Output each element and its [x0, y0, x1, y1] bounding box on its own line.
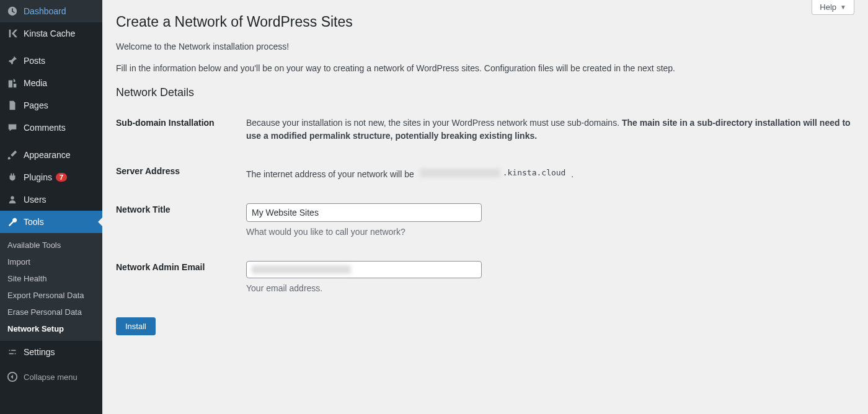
subdomain-label: Sub-domain Installation: [116, 105, 246, 154]
sidebar-label-dashboard: Dashboard: [24, 6, 66, 16]
plugins-badge: 7: [56, 173, 67, 182]
network-details-table: Sub-domain Installation Because your ins…: [116, 105, 854, 306]
sidebar-label-posts: Posts: [24, 56, 45, 66]
sidebar-item-settings[interactable]: Settings: [0, 341, 102, 363]
comment-icon: [6, 121, 19, 134]
network-title-input[interactable]: [246, 203, 482, 222]
chevron-down-icon: ▼: [840, 4, 846, 11]
page-icon: [6, 99, 19, 112]
plug-icon: [6, 171, 19, 183]
network-title-desc: What would you like to call your network…: [246, 226, 854, 239]
sidebar-label-appearance: Appearance: [24, 150, 71, 160]
media-icon: [6, 77, 19, 89]
submenu-erase-personal[interactable]: Erase Personal Data: [0, 304, 102, 320]
help-tab[interactable]: Help ▼: [812, 0, 854, 15]
intro-1: Welcome to the Network installation proc…: [116, 40, 854, 53]
redacted-email: [252, 265, 351, 274]
server-code: .kinsta.cloud: [417, 165, 569, 181]
settings-icon: [6, 346, 19, 358]
collapse-icon: [6, 371, 19, 383]
tools-submenu: Available Tools Import Site Health Expor…: [0, 233, 102, 341]
sidebar-item-pages[interactable]: Pages: [0, 94, 102, 117]
sidebar-label-comments: Comments: [24, 123, 66, 133]
kinsta-icon: [6, 27, 19, 40]
intro-2: Fill in the information below and you'll…: [116, 62, 854, 75]
collapse-label: Collapse menu: [24, 372, 78, 382]
sidebar-item-posts[interactable]: Posts: [0, 50, 102, 72]
network-email-desc: Your email address.: [246, 282, 854, 295]
submenu-site-health[interactable]: Site Health: [0, 270, 102, 287]
page-title: Create a Network of WordPress Sites: [116, 14, 854, 30]
collapse-menu[interactable]: Collapse menu: [0, 366, 102, 388]
subdomain-text-a: Because your installation is not new, th…: [246, 118, 622, 128]
sidebar-label-pages: Pages: [24, 100, 48, 110]
sidebar-label-plugins: Plugins: [24, 172, 52, 182]
server-text-after: .: [571, 169, 574, 179]
network-email-input[interactable]: [246, 261, 482, 278]
sidebar-label-kinsta: Kinsta Cache: [24, 29, 75, 38]
sidebar-label-settings: Settings: [24, 347, 55, 357]
sidebar-item-appearance[interactable]: Appearance: [0, 144, 102, 166]
wrench-icon: [6, 216, 19, 228]
sidebar-item-dashboard[interactable]: Dashboard: [0, 0, 102, 22]
network-email-label: Network Admin Email: [116, 250, 246, 306]
sidebar-item-users[interactable]: Users: [0, 188, 102, 211]
section-title: Network Details: [116, 86, 854, 99]
subdomain-text: Because your installation is not new, th…: [246, 105, 854, 154]
submenu-network-setup[interactable]: Network Setup: [0, 320, 102, 337]
install-button[interactable]: Install: [116, 317, 156, 335]
network-title-label: Network Title: [116, 192, 246, 250]
sidebar-label-tools: Tools: [24, 217, 44, 227]
submenu-available-tools[interactable]: Available Tools: [0, 237, 102, 253]
server-text: The internet address of your network wil…: [246, 169, 417, 179]
sidebar-item-kinsta[interactable]: Kinsta Cache: [0, 22, 102, 45]
server-code-visible: .kinsta.cloud: [503, 167, 566, 179]
server-address-label: Server Address: [116, 154, 246, 192]
dashboard-icon: [6, 5, 19, 17]
user-icon: [6, 193, 19, 206]
sidebar-label-media: Media: [24, 78, 47, 88]
redacted-domain: [420, 169, 500, 177]
pin-icon: [6, 55, 19, 67]
sidebar-item-tools[interactable]: Tools: [0, 211, 102, 233]
sidebar-item-comments[interactable]: Comments: [0, 117, 102, 139]
sidebar-item-plugins[interactable]: Plugins 7: [0, 166, 102, 188]
help-label: Help: [820, 2, 836, 12]
brush-icon: [6, 149, 19, 161]
submenu-import[interactable]: Import: [0, 253, 102, 270]
sidebar-item-media[interactable]: Media: [0, 72, 102, 94]
submenu-export-personal[interactable]: Export Personal Data: [0, 287, 102, 304]
sidebar-label-users: Users: [24, 195, 46, 205]
